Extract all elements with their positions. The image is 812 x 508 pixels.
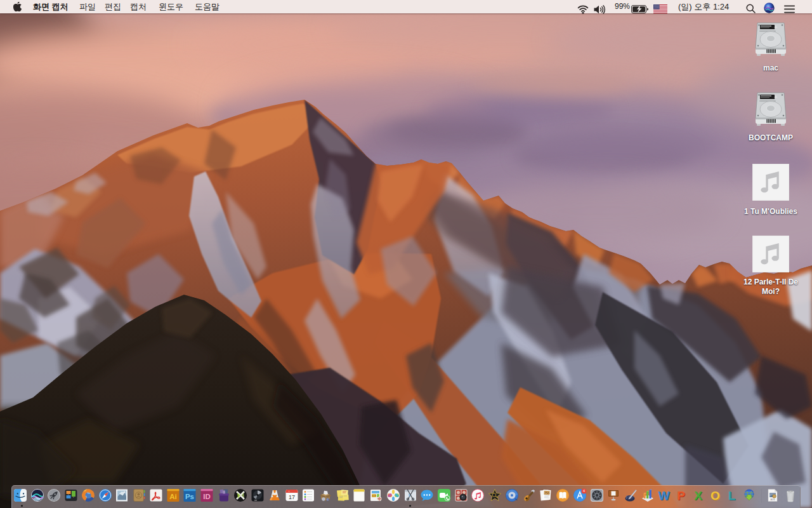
svg-text:4: 4 [583, 489, 585, 493]
svg-text:X: X [694, 489, 702, 502]
svg-text:W: W [658, 489, 670, 502]
svg-text:Ps: Ps [185, 493, 194, 500]
svg-text:요금: 요금 [372, 495, 376, 497]
svg-text:P: P [677, 489, 685, 502]
svg-text:Ai: Ai [169, 493, 177, 500]
svg-text:수: 수 [288, 490, 290, 493]
svg-text:C: C [327, 498, 329, 501]
svg-text:O: O [710, 489, 720, 502]
svg-text:17: 17 [288, 494, 294, 500]
svg-text:MOV: MOV [770, 498, 775, 501]
svg-text:L: L [728, 489, 736, 502]
svg-text:ID: ID [203, 493, 211, 500]
